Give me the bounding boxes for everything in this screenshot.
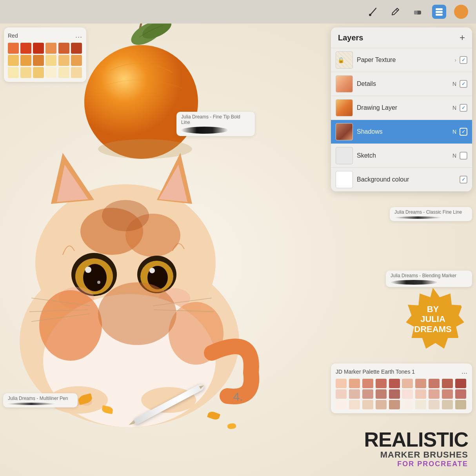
- color-swatch[interactable]: [389, 389, 400, 399]
- color-swatch[interactable]: [58, 43, 69, 54]
- brush-tool-icon[interactable]: [366, 5, 380, 19]
- layer-checkbox-details[interactable]: [460, 80, 467, 88]
- brush-multiliner-label: Julia Dreams - Multiliner Pen: [3, 393, 78, 407]
- svg-rect-46: [436, 11, 443, 13]
- svg-point-41: [369, 14, 371, 16]
- color-swatch[interactable]: [376, 379, 387, 388]
- color-swatch[interactable]: [362, 389, 373, 399]
- color-swatch[interactable]: [58, 55, 69, 66]
- layer-row-drawing[interactable]: Drawing Layer N: [331, 96, 472, 120]
- layers-tool-icon[interactable]: [432, 5, 446, 19]
- color-swatch[interactable]: [429, 389, 440, 399]
- color-swatch[interactable]: [8, 55, 19, 66]
- brush-blending-label: Julia Dreams - Blending Marker: [386, 271, 472, 287]
- color-swatch[interactable]: [33, 67, 44, 78]
- eraser-tool-icon[interactable]: [410, 5, 424, 19]
- color-swatch[interactable]: [376, 389, 387, 399]
- svg-point-39: [98, 139, 192, 159]
- color-swatch[interactable]: [362, 379, 373, 388]
- svg-rect-47: [436, 14, 443, 16]
- color-swatch[interactable]: [8, 43, 19, 54]
- bottom-palette-title: JD Marker Palette Earth Tones 1: [336, 369, 415, 375]
- layer-thumb-drawing: [336, 99, 353, 116]
- svg-point-16: [149, 268, 155, 273]
- color-swatch[interactable]: [442, 389, 453, 399]
- bottom-palette-menu[interactable]: ...: [461, 367, 467, 376]
- layers-title: Layers: [338, 33, 363, 42]
- brush-multiliner-stroke: [8, 403, 55, 405]
- color-swatch[interactable]: [455, 389, 466, 399]
- color-swatch[interactable]: [455, 400, 466, 409]
- color-swatch[interactable]: [349, 400, 360, 409]
- color-swatch[interactable]: [402, 400, 413, 409]
- layer-checkbox-background-colour[interactable]: [460, 176, 467, 183]
- color-swatch[interactable]: [362, 400, 373, 409]
- top-color-grid: [8, 43, 82, 78]
- pen-tool-icon[interactable]: [388, 5, 402, 19]
- layer-thumb-details: [336, 75, 353, 93]
- layer-right-shadows: N: [452, 128, 467, 136]
- color-swatch[interactable]: [336, 400, 347, 409]
- layer-row-background-colour[interactable]: Background colour: [331, 167, 472, 191]
- layer-row-sketch[interactable]: Sketch N: [331, 144, 472, 167]
- color-swatch[interactable]: [402, 379, 413, 388]
- layer-mode-drawing: N: [452, 105, 456, 111]
- toolbar: [0, 0, 476, 24]
- brush-bold-line-label: Julia Dreams - Fine Tip Bold Line: [176, 112, 255, 136]
- color-swatch[interactable]: [349, 389, 360, 399]
- color-swatch[interactable]: [429, 400, 440, 409]
- layer-row-details[interactable]: Details N: [331, 72, 472, 96]
- color-palette-top: Red ...: [4, 27, 86, 82]
- color-swatch[interactable]: [33, 43, 44, 54]
- layer-row-paper-texture[interactable]: 🔒 Paper Texture ›: [331, 48, 472, 72]
- layers-add-button[interactable]: +: [460, 33, 465, 42]
- palette-top-menu[interactable]: ...: [75, 31, 82, 40]
- layer-checkbox-shadows[interactable]: [460, 128, 467, 136]
- color-swatch[interactable]: [415, 400, 426, 409]
- layer-row-shadows[interactable]: Shadows N: [331, 120, 472, 144]
- color-swatch[interactable]: [389, 400, 400, 409]
- badge-line2: JULIA: [414, 314, 451, 324]
- layer-checkbox-drawing[interactable]: [460, 104, 467, 112]
- color-swatch[interactable]: [45, 67, 56, 78]
- color-swatch[interactable]: [20, 67, 31, 78]
- color-swatch[interactable]: [389, 379, 400, 388]
- color-swatch[interactable]: [429, 379, 440, 388]
- svg-rect-44: [414, 11, 418, 15]
- layer-name-paper-texture: Paper Texture: [357, 56, 396, 64]
- color-swatch[interactable]: [20, 55, 31, 66]
- layers-panel: Layers + 🔒 Paper Texture › Details N: [331, 27, 472, 191]
- color-swatch[interactable]: [349, 379, 360, 388]
- palette-top-title: Red: [8, 33, 18, 39]
- layer-info-shadows: Shadows N: [357, 128, 467, 136]
- layer-checkbox-paper-texture[interactable]: [460, 56, 467, 64]
- color-swatch[interactable]: [415, 379, 426, 388]
- color-swatch[interactable]: [402, 389, 413, 399]
- color-swatch[interactable]: [455, 379, 466, 388]
- color-swatch[interactable]: [58, 67, 69, 78]
- color-swatch[interactable]: [336, 389, 347, 399]
- brush-multiliner-name: Julia Dreams - Multiliner Pen: [8, 396, 68, 401]
- color-swatch[interactable]: [71, 67, 82, 78]
- color-swatch[interactable]: [415, 389, 426, 399]
- color-swatch[interactable]: [33, 55, 44, 66]
- layer-right-background-colour: [460, 176, 467, 183]
- bottom-palette-header: JD Marker Palette Earth Tones 1 ...: [336, 367, 467, 376]
- svg-point-17: [97, 281, 100, 284]
- color-swatch[interactable]: [442, 379, 453, 388]
- color-swatch[interactable]: [45, 55, 56, 66]
- color-swatch[interactable]: [8, 67, 19, 78]
- color-swatch[interactable]: [20, 43, 31, 54]
- color-picker-icon[interactable]: [454, 5, 468, 19]
- layer-info-sketch: Sketch N: [357, 152, 467, 160]
- svg-point-8: [102, 200, 149, 231]
- color-swatch[interactable]: [71, 43, 82, 54]
- color-swatch[interactable]: [45, 43, 56, 54]
- bottom-color-grid: [336, 379, 467, 409]
- color-swatch[interactable]: [442, 400, 453, 409]
- color-swatch[interactable]: [71, 55, 82, 66]
- color-swatch[interactable]: [336, 379, 347, 388]
- color-swatch[interactable]: [376, 400, 387, 409]
- brush-bold-line-name: Julia Dreams - Fine Tip Bold Line: [181, 114, 250, 125]
- layer-checkbox-sketch[interactable]: [460, 152, 467, 160]
